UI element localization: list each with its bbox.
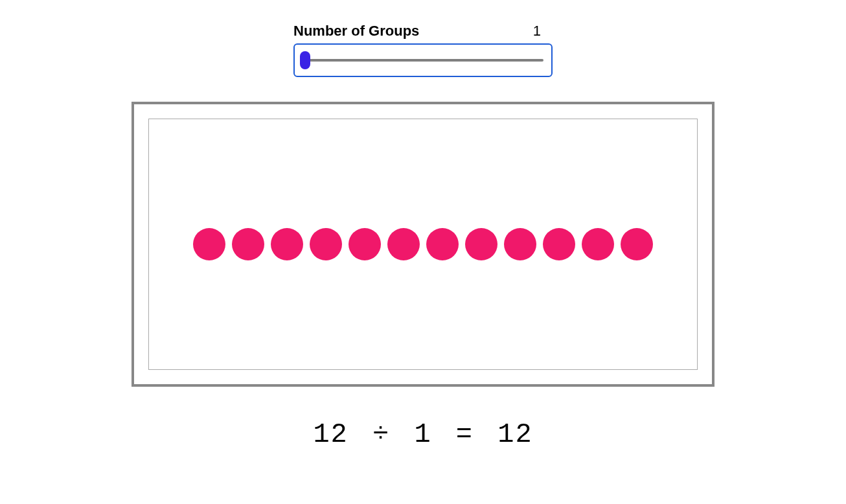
groups-slider[interactable] — [293, 43, 553, 77]
dot — [582, 228, 614, 260]
dot — [621, 228, 653, 260]
slider-thumb[interactable] — [300, 51, 310, 69]
slider-value: 1 — [533, 23, 553, 40]
dot — [349, 228, 381, 260]
dot — [465, 228, 497, 260]
dot — [310, 228, 342, 260]
dot — [271, 228, 303, 260]
visualization-panel — [131, 102, 715, 387]
group-box — [148, 119, 698, 370]
slider-track — [303, 59, 543, 62]
dot — [543, 228, 575, 260]
dot — [426, 228, 459, 260]
slider-section: Number of Groups 1 — [293, 23, 553, 77]
slider-header: Number of Groups 1 — [293, 23, 553, 40]
equation: 12 ÷ 1 = 12 — [313, 419, 532, 450]
dot — [387, 228, 420, 260]
dot — [193, 228, 225, 260]
dot — [232, 228, 264, 260]
dot — [504, 228, 536, 260]
slider-label: Number of Groups — [293, 23, 419, 40]
